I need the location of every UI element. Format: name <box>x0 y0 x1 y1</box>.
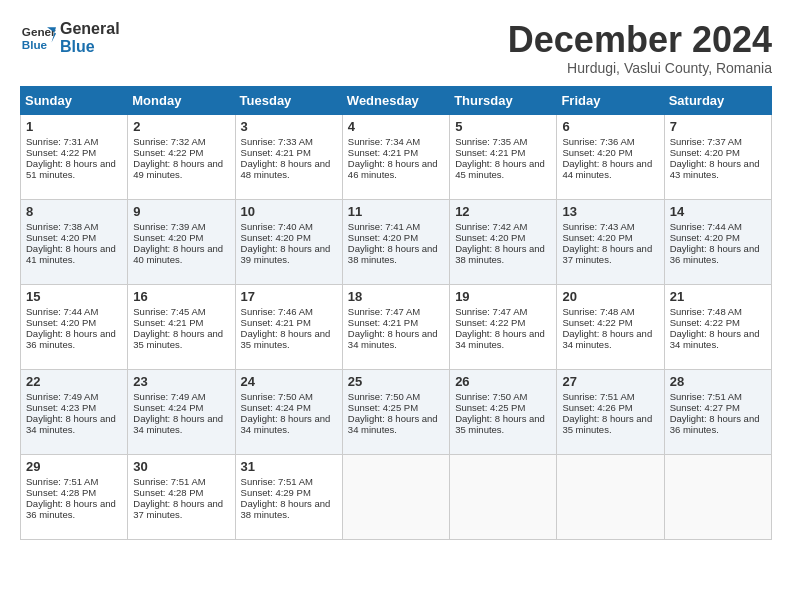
sunset: Sunset: 4:25 PM <box>455 402 525 413</box>
day-number: 30 <box>133 459 229 474</box>
daylight: Daylight: 8 hours and 41 minutes. <box>26 243 116 265</box>
table-row <box>342 454 449 539</box>
sunrise: Sunrise: 7:39 AM <box>133 221 205 232</box>
day-number: 22 <box>26 374 122 389</box>
day-number: 19 <box>455 289 551 304</box>
sunset: Sunset: 4:22 PM <box>133 147 203 158</box>
daylight: Daylight: 8 hours and 38 minutes. <box>348 243 438 265</box>
table-row: 28Sunrise: 7:51 AMSunset: 4:27 PMDayligh… <box>664 369 771 454</box>
sunrise: Sunrise: 7:47 AM <box>348 306 420 317</box>
table-row: 18Sunrise: 7:47 AMSunset: 4:21 PMDayligh… <box>342 284 449 369</box>
sunrise: Sunrise: 7:50 AM <box>348 391 420 402</box>
location-subtitle: Hurdugi, Vaslui County, Romania <box>508 60 772 76</box>
table-row: 29Sunrise: 7:51 AMSunset: 4:28 PMDayligh… <box>21 454 128 539</box>
day-number: 3 <box>241 119 337 134</box>
sunset: Sunset: 4:22 PM <box>26 147 96 158</box>
calendar-header-row: Sunday Monday Tuesday Wednesday Thursday… <box>21 86 772 114</box>
sunset: Sunset: 4:21 PM <box>348 317 418 328</box>
day-number: 23 <box>133 374 229 389</box>
day-number: 12 <box>455 204 551 219</box>
day-number: 10 <box>241 204 337 219</box>
daylight: Daylight: 8 hours and 34 minutes. <box>348 328 438 350</box>
day-number: 13 <box>562 204 658 219</box>
sunrise: Sunrise: 7:51 AM <box>133 476 205 487</box>
sunrise: Sunrise: 7:49 AM <box>26 391 98 402</box>
day-number: 14 <box>670 204 766 219</box>
table-row: 9Sunrise: 7:39 AMSunset: 4:20 PMDaylight… <box>128 199 235 284</box>
daylight: Daylight: 8 hours and 34 minutes. <box>562 328 652 350</box>
daylight: Daylight: 8 hours and 49 minutes. <box>133 158 223 180</box>
sunset: Sunset: 4:21 PM <box>133 317 203 328</box>
sunrise: Sunrise: 7:46 AM <box>241 306 313 317</box>
sunset: Sunset: 4:21 PM <box>241 317 311 328</box>
page-header: General Blue General Blue December 2024 … <box>20 20 772 76</box>
table-row: 20Sunrise: 7:48 AMSunset: 4:22 PMDayligh… <box>557 284 664 369</box>
daylight: Daylight: 8 hours and 35 minutes. <box>133 328 223 350</box>
day-number: 21 <box>670 289 766 304</box>
calendar-row: 29Sunrise: 7:51 AMSunset: 4:28 PMDayligh… <box>21 454 772 539</box>
sunset: Sunset: 4:25 PM <box>348 402 418 413</box>
sunset: Sunset: 4:20 PM <box>670 147 740 158</box>
table-row: 10Sunrise: 7:40 AMSunset: 4:20 PMDayligh… <box>235 199 342 284</box>
table-row: 8Sunrise: 7:38 AMSunset: 4:20 PMDaylight… <box>21 199 128 284</box>
sunset: Sunset: 4:20 PM <box>133 232 203 243</box>
daylight: Daylight: 8 hours and 37 minutes. <box>133 498 223 520</box>
sunrise: Sunrise: 7:51 AM <box>26 476 98 487</box>
daylight: Daylight: 8 hours and 34 minutes. <box>455 328 545 350</box>
table-row: 4Sunrise: 7:34 AMSunset: 4:21 PMDaylight… <box>342 114 449 199</box>
daylight: Daylight: 8 hours and 34 minutes. <box>241 413 331 435</box>
sunrise: Sunrise: 7:48 AM <box>562 306 634 317</box>
sunset: Sunset: 4:20 PM <box>562 232 632 243</box>
sunset: Sunset: 4:26 PM <box>562 402 632 413</box>
sunrise: Sunrise: 7:45 AM <box>133 306 205 317</box>
sunrise: Sunrise: 7:50 AM <box>241 391 313 402</box>
calendar-row: 8Sunrise: 7:38 AMSunset: 4:20 PMDaylight… <box>21 199 772 284</box>
table-row: 22Sunrise: 7:49 AMSunset: 4:23 PMDayligh… <box>21 369 128 454</box>
table-row: 25Sunrise: 7:50 AMSunset: 4:25 PMDayligh… <box>342 369 449 454</box>
svg-text:Blue: Blue <box>22 38 48 51</box>
daylight: Daylight: 8 hours and 46 minutes. <box>348 158 438 180</box>
daylight: Daylight: 8 hours and 43 minutes. <box>670 158 760 180</box>
sunrise: Sunrise: 7:32 AM <box>133 136 205 147</box>
daylight: Daylight: 8 hours and 34 minutes. <box>26 413 116 435</box>
sunset: Sunset: 4:22 PM <box>670 317 740 328</box>
table-row: 23Sunrise: 7:49 AMSunset: 4:24 PMDayligh… <box>128 369 235 454</box>
sunset: Sunset: 4:20 PM <box>562 147 632 158</box>
sunset: Sunset: 4:20 PM <box>26 232 96 243</box>
sunset: Sunset: 4:22 PM <box>562 317 632 328</box>
table-row: 17Sunrise: 7:46 AMSunset: 4:21 PMDayligh… <box>235 284 342 369</box>
day-number: 11 <box>348 204 444 219</box>
sunset: Sunset: 4:20 PM <box>348 232 418 243</box>
table-row: 5Sunrise: 7:35 AMSunset: 4:21 PMDaylight… <box>450 114 557 199</box>
sunrise: Sunrise: 7:42 AM <box>455 221 527 232</box>
sunrise: Sunrise: 7:33 AM <box>241 136 313 147</box>
calendar-row: 1Sunrise: 7:31 AMSunset: 4:22 PMDaylight… <box>21 114 772 199</box>
daylight: Daylight: 8 hours and 38 minutes. <box>241 498 331 520</box>
sunset: Sunset: 4:24 PM <box>241 402 311 413</box>
daylight: Daylight: 8 hours and 37 minutes. <box>562 243 652 265</box>
daylight: Daylight: 8 hours and 35 minutes. <box>241 328 331 350</box>
day-number: 6 <box>562 119 658 134</box>
sunrise: Sunrise: 7:44 AM <box>26 306 98 317</box>
table-row: 15Sunrise: 7:44 AMSunset: 4:20 PMDayligh… <box>21 284 128 369</box>
daylight: Daylight: 8 hours and 34 minutes. <box>670 328 760 350</box>
col-saturday: Saturday <box>664 86 771 114</box>
daylight: Daylight: 8 hours and 45 minutes. <box>455 158 545 180</box>
daylight: Daylight: 8 hours and 51 minutes. <box>26 158 116 180</box>
svg-text:General: General <box>22 25 56 38</box>
sunset: Sunset: 4:27 PM <box>670 402 740 413</box>
day-number: 9 <box>133 204 229 219</box>
sunrise: Sunrise: 7:51 AM <box>241 476 313 487</box>
col-thursday: Thursday <box>450 86 557 114</box>
sunset: Sunset: 4:29 PM <box>241 487 311 498</box>
day-number: 7 <box>670 119 766 134</box>
logo-icon: General Blue <box>20 20 56 56</box>
sunrise: Sunrise: 7:34 AM <box>348 136 420 147</box>
sunrise: Sunrise: 7:48 AM <box>670 306 742 317</box>
day-number: 26 <box>455 374 551 389</box>
day-number: 25 <box>348 374 444 389</box>
daylight: Daylight: 8 hours and 36 minutes. <box>26 328 116 350</box>
table-row: 3Sunrise: 7:33 AMSunset: 4:21 PMDaylight… <box>235 114 342 199</box>
sunset: Sunset: 4:21 PM <box>348 147 418 158</box>
sunset: Sunset: 4:20 PM <box>670 232 740 243</box>
